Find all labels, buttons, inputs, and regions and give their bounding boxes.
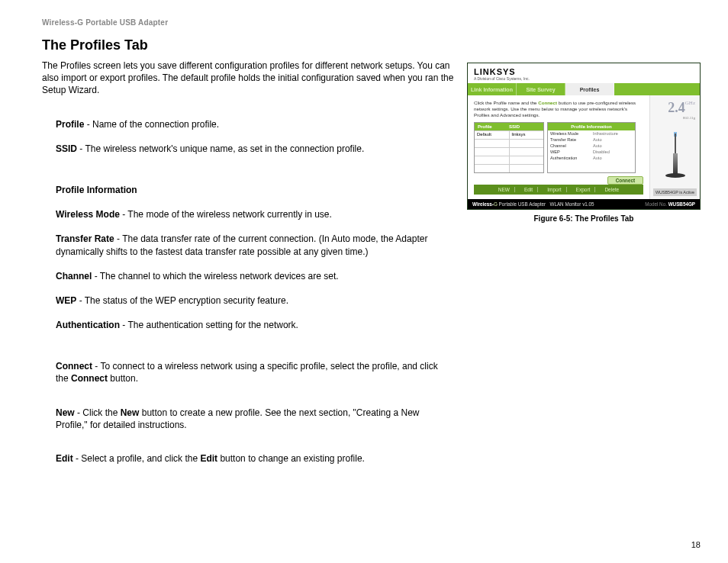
info-authentication: AuthenticationAuto [548,155,635,161]
info-wep: WEPDisabled [548,149,635,155]
desc: - The status of the WEP encryption secur… [76,295,288,306]
desc: - The mode of the wireless network curre… [120,209,332,220]
desc: - The wireless network's unique name, as… [77,143,364,154]
term: Profile [56,119,84,130]
term: Edit [56,453,73,464]
definitions-block: Profile - Name of the connection profile… [56,118,453,465]
tail: button. [108,373,138,384]
def-edit: Edit - Select a profile, and click the E… [56,452,453,465]
def-channel: Channel - The channel to which the wirel… [56,270,453,282]
connect-bold: Connect [71,373,108,384]
heading: Profile Information [56,185,137,195]
instr-connect: Connect [538,100,557,105]
action-bar: NEW Edit Import Export Delete [474,185,643,195]
desc: - The channel to which the wireless netw… [92,271,338,282]
def-authentication: Authentication - The authentication sett… [56,319,453,331]
figure-6-5: LINKSYS A Division of Cisco Systems, Inc… [467,63,701,223]
figure-caption: Figure 6-5: The Profiles Tab [467,214,701,223]
tab-link-information[interactable]: Link Information [468,83,517,95]
linksys-logo: LINKSYS [474,67,530,76]
intro-paragraph: The Profiles screen lets you save differ… [42,60,454,97]
def-profile: Profile - Name of the connection profile… [56,118,453,130]
desc: - The authentication setting for the net… [120,320,298,330]
app-header: LINKSYS A Division of Cisco Systems, Inc… [468,63,700,83]
tab-site-survey[interactable]: Site Survey [517,83,565,95]
term: SSID [56,143,77,154]
tables-wrap: Profile SSID Default linksys [474,122,643,173]
ghz-unit: GHz [685,100,695,106]
app-side-panel: 2.4GHz 802.11g WUSB54GP is Active [649,95,700,199]
edit-bold: Edit [200,453,217,464]
profiles-table-header: Profile SSID [475,123,543,130]
tab-spacer [614,83,700,95]
cell-ssid: linksys [510,131,544,139]
def-wep: WEP - The status of the WEP encryption s… [56,294,453,307]
def-new: New - Click the New button to create a n… [56,407,453,431]
profile-info-panel: Profile Information Wireless ModeInfrast… [547,122,636,173]
adapter-illustration [659,132,691,178]
manual-page: Wireless-G Portable USB Adapter The Prof… [0,0,728,563]
info-wireless-mode: Wireless ModeInfrastructure [548,130,635,137]
delete-button[interactable]: Delete [600,187,623,192]
connect-button[interactable]: Connect [607,176,643,185]
tab-bar: Link Information Site Survey Profiles [468,83,700,95]
profiles-table: Profile SSID Default linksys [474,122,544,173]
subheading-profile-info: Profile Information [56,184,453,196]
def-ssid: SSID - The wireless network's unique nam… [56,143,453,155]
col-profile: Profile [478,124,509,129]
ghz-standard: 802.11g [655,116,695,120]
table-row[interactable] [475,156,543,164]
term: Connect [56,361,92,372]
footer-model: Model No. WUSB54GP [645,201,695,207]
instr-a: Click the Profile name and the [474,100,538,105]
table-row[interactable] [475,164,543,172]
export-button[interactable]: Export [572,187,596,192]
frequency-badge: 2.4GHz 802.11g [655,100,695,120]
new-bold: New [121,407,140,418]
cell-profile: Default [475,131,510,139]
term: Wireless Mode [56,209,120,220]
def-wireless-mode: Wireless Mode - The mode of the wireless… [56,208,453,220]
info-header: Profile Information [548,123,635,130]
app-body: Click the Profile name and the Connect b… [468,95,700,199]
tab-profiles[interactable]: Profiles [565,83,614,95]
def-transfer-rate: Transfer Rate - The data transfer rate o… [56,233,453,257]
info-channel: ChannelAuto [548,143,635,149]
instructions-text: Click the Profile name and the Connect b… [474,100,643,117]
footer-brand: Wireless-G Portable USB Adapter WLAN Mon… [472,201,594,207]
app-window: LINKSYS A Division of Cisco Systems, Inc… [467,63,701,210]
def-connect: Connect - To connect to a wireless netwo… [56,360,453,384]
term: WEP [56,295,76,306]
col-ssid: SSID [509,124,540,129]
app-footer: Wireless-G Portable USB Adapter WLAN Mon… [468,199,700,209]
import-button[interactable]: Import [543,187,566,192]
term: Authentication [56,320,120,330]
desc: - Name of the connection profile. [84,119,219,130]
table-row[interactable] [475,147,543,156]
logo-subtitle: A Division of Cisco Systems, Inc. [474,76,530,81]
new-button[interactable]: NEW [494,187,515,192]
page-number: 18 [691,540,701,549]
status-badge: WUSB54GP is Active [653,188,697,196]
info-transfer-rate: Transfer RateAuto [548,137,635,143]
desc-b: button to change an existing profile. [217,453,365,464]
term: New [56,407,75,418]
app-main-panel: Click the Profile name and the Connect b… [468,95,649,199]
table-row[interactable]: Default linksys [475,130,543,139]
table-row[interactable] [475,139,543,147]
term: Channel [56,271,92,282]
edit-button[interactable]: Edit [520,187,538,192]
running-header: Wireless-G Portable USB Adapter [42,18,701,27]
term: Transfer Rate [56,233,114,244]
desc-a: - Click the [75,407,121,418]
ghz-number: 2.4 [668,100,685,115]
desc-a: - Select a profile, and click the [73,453,201,464]
page-title: The Profiles Tab [42,37,701,53]
